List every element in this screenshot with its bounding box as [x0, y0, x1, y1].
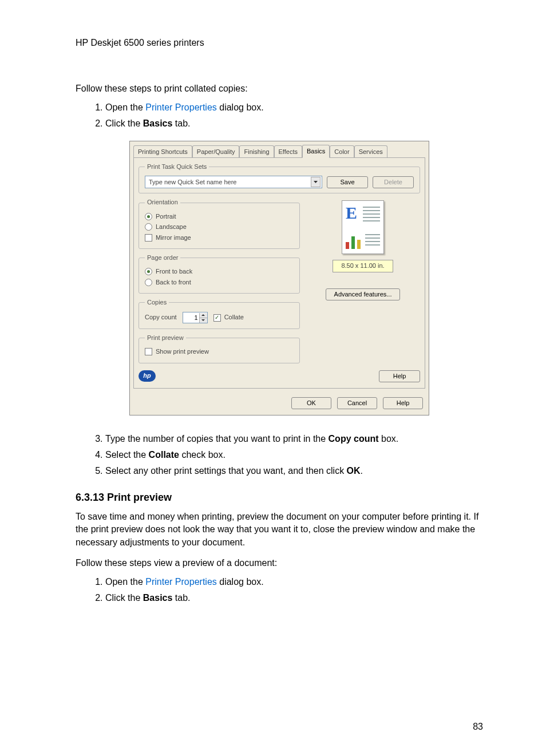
step-2: Click the Basics tab. — [105, 117, 483, 130]
step-5: Select any other print settings that you… — [105, 465, 483, 477]
landscape-radio[interactable]: Landscape — [145, 223, 294, 231]
checkbox-icon — [145, 234, 152, 242]
help-button[interactable]: Help — [383, 397, 423, 409]
page-number: 83 — [473, 721, 483, 733]
tab-basics[interactable]: Basics — [302, 145, 330, 158]
help-button-inside[interactable]: Help — [379, 370, 420, 382]
collate-checkbox[interactable]: Collate — [213, 313, 244, 322]
step-3: Type the number of copies that you want … — [105, 433, 483, 445]
preview-letter-icon: E — [346, 204, 361, 224]
chevron-down-icon — [201, 319, 205, 321]
page-order-legend: Page order — [145, 254, 180, 262]
orientation-legend: Orientation — [145, 198, 180, 207]
dialog-figure: Printing Shortcuts Paper/Quality Finishi… — [76, 141, 483, 415]
print-preview-legend: Print preview — [145, 334, 186, 342]
step-1b-suffix: dialog box. — [217, 577, 264, 587]
quick-set-combo[interactable]: Type new Quick Set name here — [145, 176, 322, 188]
radio-icon — [145, 223, 152, 231]
printer-properties-link[interactable]: Printer Properties — [145, 102, 217, 112]
tab-printing-shortcuts[interactable]: Printing Shortcuts — [133, 145, 192, 159]
chevron-down-icon — [314, 181, 318, 183]
landscape-label: Landscape — [156, 223, 187, 231]
section-heading: 6.3.13 Print preview — [76, 490, 483, 505]
mirror-checkbox[interactable]: Mirror image — [145, 233, 294, 242]
quick-sets-legend: Print Task Quick Sets — [145, 163, 209, 171]
step-2b-prefix: Click the — [105, 593, 143, 603]
svg-marker-2 — [201, 319, 205, 321]
basics-bold: Basics — [143, 118, 173, 128]
svg-marker-1 — [201, 314, 205, 316]
copies-group: Copies Copy count — [139, 298, 300, 329]
step-1b-prefix: Open the — [105, 577, 145, 587]
preview-chart-icon — [346, 231, 362, 249]
save-button[interactable]: Save — [327, 176, 368, 188]
step-2b: Click the Basics tab. — [105, 592, 483, 604]
combo-dropdown-button[interactable] — [311, 177, 321, 187]
steps-list-2: Type the number of copies that you want … — [76, 433, 483, 478]
checkbox-icon — [145, 348, 152, 355]
copy-count-input[interactable] — [183, 313, 199, 322]
back-to-front-label: Back to front — [156, 278, 191, 287]
intro-text-2: Follow these steps view a preview of a d… — [76, 557, 483, 569]
printer-properties-dialog: Printing Shortcuts Paper/Quality Finishi… — [129, 141, 429, 415]
step-2b-suffix: tab. — [172, 593, 190, 603]
radio-icon — [145, 279, 152, 286]
paper-dimensions-badge: 8.50 x 11.00 in. — [333, 260, 393, 272]
step-5-prefix: Select any other print settings that you… — [105, 466, 347, 476]
svg-marker-0 — [314, 181, 318, 183]
radio-icon — [145, 268, 152, 275]
collate-bold: Collate — [149, 450, 179, 460]
page-header: HP Deskjet 6500 series printers — [76, 37, 483, 49]
show-preview-checkbox[interactable]: Show print preview — [145, 347, 294, 356]
dialog-footer: OK Cancel Help — [130, 393, 429, 415]
copy-count-spinner[interactable] — [183, 312, 208, 323]
front-to-back-radio[interactable]: Front to back — [145, 267, 294, 276]
document-page: HP Deskjet 6500 series printers Follow t… — [0, 0, 546, 756]
tab-services[interactable]: Services — [354, 145, 387, 159]
quick-sets-group: Print Task Quick Sets Type new Quick Set… — [139, 163, 420, 193]
step-2-prefix: Click the — [105, 118, 143, 128]
ok-button[interactable]: OK — [291, 397, 331, 409]
steps-list-1: Open the Printer Properties dialog box. … — [76, 101, 483, 130]
hp-logo-icon[interactable]: hp — [139, 370, 156, 382]
chevron-up-icon — [201, 314, 205, 316]
copies-legend: Copies — [145, 298, 169, 307]
page-preview-thumbnail: E — [342, 200, 384, 254]
tab-paper-quality[interactable]: Paper/Quality — [192, 145, 240, 159]
delete-button: Delete — [373, 176, 414, 188]
step-1b: Open the Printer Properties dialog box. — [105, 576, 483, 588]
orientation-group: Orientation Portrait Landscape — [139, 198, 300, 249]
page-order-group: Page order Front to back Back to front — [139, 254, 300, 294]
tab-effects[interactable]: Effects — [274, 145, 302, 159]
collate-label: Collate — [224, 313, 244, 322]
tab-color[interactable]: Color — [330, 145, 354, 159]
spin-down-button[interactable] — [199, 318, 207, 323]
quick-set-value: Type new Quick Set name here — [149, 178, 236, 187]
printer-properties-link-2[interactable]: Printer Properties — [145, 577, 217, 587]
ok-bold: OK — [347, 466, 361, 476]
steps-list-3: Open the Printer Properties dialog box. … — [76, 576, 483, 605]
step-4-prefix: Select the — [105, 450, 149, 460]
show-preview-label: Show print preview — [156, 347, 209, 356]
print-preview-group: Print preview Show print preview — [139, 334, 300, 363]
advanced-features-button[interactable]: Advanced features... — [326, 288, 400, 300]
step-4-suffix: check box. — [179, 450, 225, 460]
tab-finishing[interactable]: Finishing — [239, 145, 274, 159]
step-1: Open the Printer Properties dialog box. — [105, 101, 483, 114]
section-paragraph: To save time and money when printing, pr… — [76, 510, 483, 549]
front-to-back-label: Front to back — [156, 267, 192, 276]
spin-up-button[interactable] — [199, 313, 207, 318]
basics-panel: Print Task Quick Sets Type new Quick Set… — [133, 157, 425, 389]
back-to-front-radio[interactable]: Back to front — [145, 278, 294, 287]
portrait-label: Portrait — [156, 212, 176, 221]
intro-text-1: Follow these steps to print collated cop… — [76, 82, 483, 95]
step-1-suffix: dialog box. — [217, 102, 264, 112]
radio-icon — [145, 213, 152, 220]
copy-count-bold: Copy count — [329, 434, 379, 444]
copy-count-label: Copy count — [145, 313, 177, 322]
basics-bold-2: Basics — [143, 593, 173, 603]
portrait-radio[interactable]: Portrait — [145, 212, 294, 221]
step-3-suffix: box. — [379, 434, 399, 444]
cancel-button[interactable]: Cancel — [337, 397, 377, 409]
tab-strip: Printing Shortcuts Paper/Quality Finishi… — [130, 141, 429, 158]
